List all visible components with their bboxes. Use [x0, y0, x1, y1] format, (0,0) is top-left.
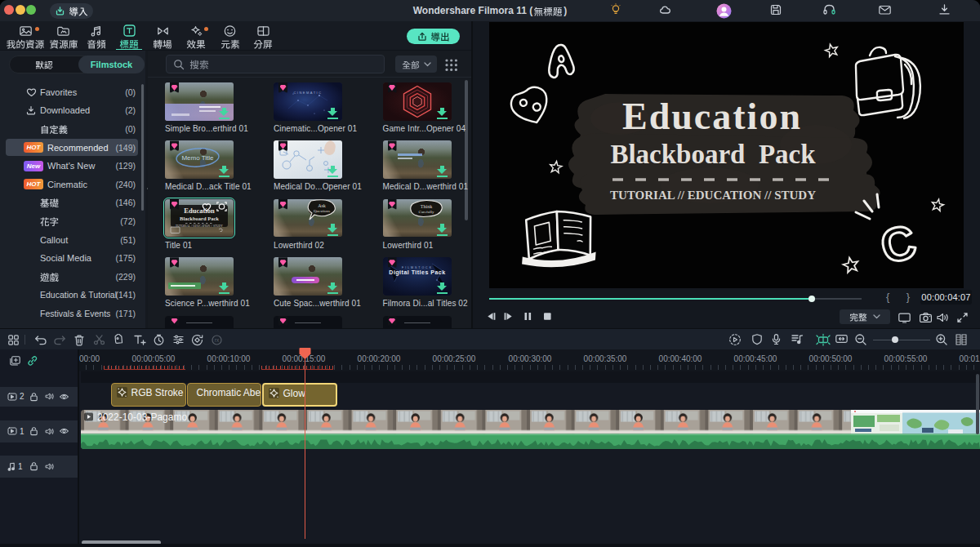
- svg-text:CINEMATIC: CINEMATIC: [293, 91, 322, 95]
- svg-text:TUTORIAL // EDUCATION // STUDY: TUTORIAL // EDUCATION // STUDY: [176, 224, 223, 227]
- svg-text:TUTORIAL // EDUCATION // STUDY: TUTORIAL // EDUCATION // STUDY: [610, 189, 816, 202]
- svg-text:Carefully: Carefully: [418, 210, 434, 214]
- svg-text:Questions: Questions: [314, 209, 330, 213]
- svg-text:Think: Think: [420, 203, 431, 208]
- svg-text:Digital Titles Pack: Digital Titles Pack: [389, 269, 445, 276]
- svg-text:Memo Title: Memo Title: [181, 154, 214, 162]
- svg-text:Ask: Ask: [318, 202, 326, 207]
- svg-text:Education: Education: [622, 96, 802, 137]
- svg-text:Blackboard Pack: Blackboard Pack: [180, 215, 219, 220]
- svg-text:FILMSTOCK: FILMSTOCK: [402, 266, 433, 269]
- svg-text:rx: rx: [215, 337, 220, 343]
- svg-text:Blackboard Pack: Blackboard Pack: [610, 140, 816, 169]
- svg-text:2022-10-03-Pagamo: 2022-10-03-Pagamo: [97, 411, 187, 423]
